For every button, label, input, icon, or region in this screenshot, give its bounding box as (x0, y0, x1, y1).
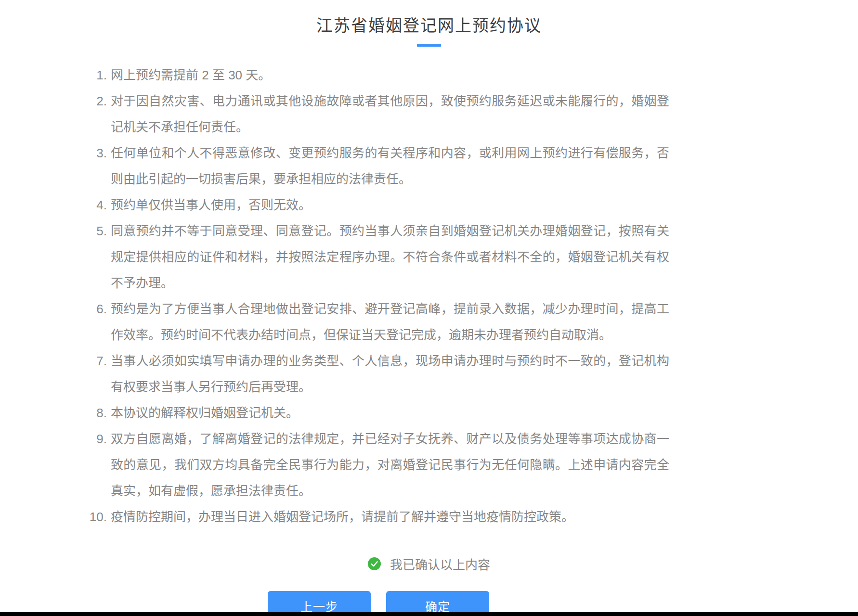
agreement-item: 10. 疫情防控期间，办理当日进入婚姻登记场所，请提前了解并遵守当地疫情防控政策… (88, 504, 669, 530)
agreement-item-text: 双方自愿离婚，了解离婚登记的法律规定，并已经对子女抚养、财产以及债务处理等事项达… (111, 426, 669, 504)
bottom-edge-bar (0, 612, 858, 616)
agreement-item: 1. 网上预约需提前 2 至 30 天。 (88, 62, 669, 88)
agreement-item-text: 当事人必须如实填写申请办理的业务类型、个人信息，现场申请办理时与预约时不一致的，… (111, 348, 669, 400)
agreement-item: 3. 任何单位和个人不得恶意修改、变更预约服务的有关程序和内容，或利用网上预约进… (88, 140, 669, 192)
agreement-item: 5. 同意预约并不等于同意受理、同意登记。预约当事人须亲自到婚姻登记机关办理婚姻… (88, 218, 669, 296)
agreement-item-number: 3. (88, 140, 107, 192)
agreement-item-text: 预约单仅供当事人使用，否则无效。 (111, 192, 669, 218)
agreement-item: 4. 预约单仅供当事人使用，否则无效。 (88, 192, 669, 218)
agreement-item-text: 疫情防控期间，办理当日进入婚姻登记场所，请提前了解并遵守当地疫情防控政策。 (111, 504, 669, 530)
agreement-item: 7. 当事人必须如实填写申请办理的业务类型、个人信息，现场申请办理时与预约时不一… (88, 348, 669, 400)
agreement-item-text: 任何单位和个人不得恶意修改、变更预约服务的有关程序和内容，或利用网上预约进行有偿… (111, 140, 669, 192)
agreement-item-number: 9. (88, 426, 107, 504)
agreement-item: 9. 双方自愿离婚，了解离婚登记的法律规定，并已经对子女抚养、财产以及债务处理等… (88, 426, 669, 504)
agreement-item-text: 预约是为了方便当事人合理地做出登记安排、避开登记高峰，提前录入数据，减少办理时间… (111, 296, 669, 348)
agreement-item-number: 4. (88, 192, 107, 218)
title-underline (417, 44, 441, 47)
confirm-checkbox-label: 我已确认以上内容 (390, 555, 490, 573)
agreement-item-text: 同意预约并不等于同意受理、同意登记。预约当事人须亲自到婚姻登记机关办理婚姻登记，… (111, 218, 669, 296)
agreement-item-number: 5. (88, 218, 107, 296)
agreement-item-number: 1. (88, 62, 107, 88)
agreement-item-number: 10. (88, 504, 107, 530)
agreement-item: 2. 对于因自然灾害、电力通讯或其他设施故障或者其他原因，致使预约服务延迟或未能… (88, 88, 669, 140)
checkmark-icon (368, 557, 381, 570)
agreement-item-number: 7. (88, 348, 107, 400)
confirm-checkbox-row[interactable]: 我已确认以上内容 (0, 555, 858, 573)
agreement-item: 6. 预约是为了方便当事人合理地做出登记安排、避开登记高峰，提前录入数据，减少办… (88, 296, 669, 348)
check-circle-icon[interactable] (368, 557, 381, 570)
agreement-item-text: 本协议的解释权归婚姻登记机关。 (111, 400, 669, 426)
agreement-item: 8. 本协议的解释权归婚姻登记机关。 (88, 400, 669, 426)
agreement-item-number: 6. (88, 296, 107, 348)
agreement-item-number: 2. (88, 88, 107, 140)
agreement-item-text: 对于因自然灾害、电力通讯或其他设施故障或者其他原因，致使预约服务延迟或未能履行的… (111, 88, 669, 140)
agreement-list: 1. 网上预约需提前 2 至 30 天。 2. 对于因自然灾害、电力通讯或其他设… (88, 62, 669, 530)
agreement-item-number: 8. (88, 400, 107, 426)
agreement-item-text: 网上预约需提前 2 至 30 天。 (111, 62, 669, 88)
page-title: 江苏省婚姻登记网上预约协议 (0, 0, 858, 36)
